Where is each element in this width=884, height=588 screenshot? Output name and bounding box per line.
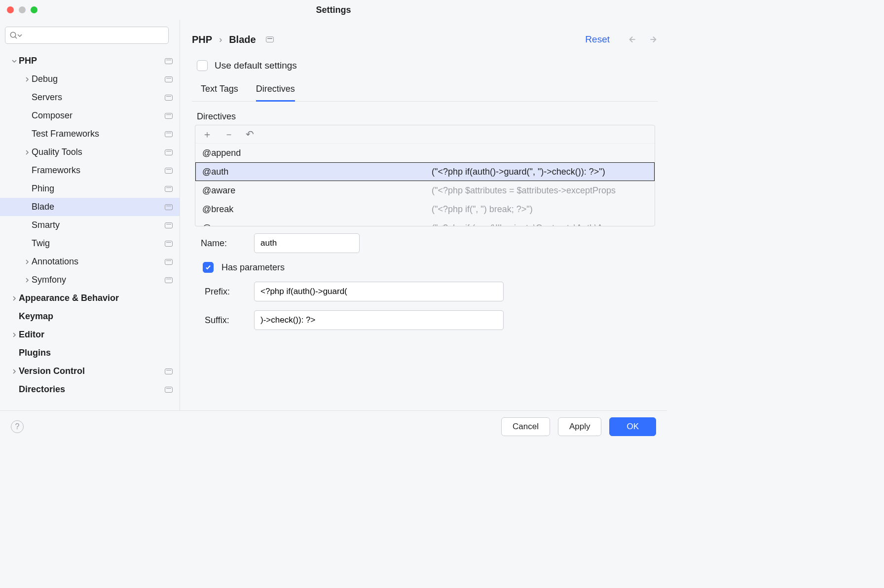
tabs: Text TagsDirectives xyxy=(192,80,658,102)
directive-expansion: ("<?php $attributes = $attributes->excep… xyxy=(432,185,648,196)
directive-name: @can xyxy=(202,223,426,226)
prefix-field[interactable] xyxy=(254,282,504,301)
disclosure-icon[interactable] xyxy=(10,331,19,339)
scope-badge-icon xyxy=(165,186,173,192)
sidebar-item-version-control[interactable]: Version Control xyxy=(0,362,180,380)
sidebar-item-test-frameworks[interactable]: Test Frameworks xyxy=(0,125,180,143)
use-default-row[interactable]: Use default settings xyxy=(197,60,658,71)
disclosure-icon xyxy=(23,184,32,193)
check-icon xyxy=(205,264,212,271)
tab-text-tags[interactable]: Text Tags xyxy=(201,80,238,101)
disclosure-icon xyxy=(23,239,32,248)
sidebar-item-symfony[interactable]: Symfony xyxy=(0,271,180,289)
has-params-row[interactable]: Has parameters xyxy=(203,262,655,273)
sidebar-item-debug[interactable]: Debug xyxy=(0,70,180,88)
sidebar-item-phing[interactable]: Phing xyxy=(0,180,180,198)
disclosure-icon[interactable] xyxy=(10,57,19,66)
scope-badge-icon xyxy=(165,259,173,265)
use-default-label: Use default settings xyxy=(215,60,297,71)
directive-row[interactable]: @can("<?php if (app(\Illuminate\Contract… xyxy=(195,219,655,226)
nav-forward-icon[interactable] xyxy=(647,34,658,45)
sidebar-item-twig[interactable]: Twig xyxy=(0,234,180,253)
directive-row[interactable]: @append xyxy=(195,144,655,162)
sidebar-item-blade[interactable]: Blade xyxy=(0,198,180,216)
directive-row[interactable]: @auth("<?php if(auth()->guard(", ")->che… xyxy=(195,162,655,181)
sidebar-item-appearance-behavior[interactable]: Appearance & Behavior xyxy=(0,289,180,307)
search-field[interactable] xyxy=(22,31,164,39)
disclosure-icon[interactable] xyxy=(23,257,32,266)
sidebar-item-editor[interactable]: Editor xyxy=(0,326,180,344)
sidebar-item-label: Debug xyxy=(32,74,165,84)
suffix-field[interactable] xyxy=(254,310,504,330)
directive-name: @append xyxy=(202,148,426,158)
directives-rows[interactable]: @append@auth("<?php if(auth()->guard(", … xyxy=(195,144,655,226)
scope-badge-icon xyxy=(165,131,173,137)
prefix-label: Prefix: xyxy=(201,287,243,297)
scope-badge-icon xyxy=(165,241,173,247)
directive-name: @aware xyxy=(202,185,426,196)
sidebar-item-label: Editor xyxy=(19,330,173,340)
disclosure-icon xyxy=(10,349,19,358)
suffix-label: Suffix: xyxy=(201,315,243,326)
nav-back-icon[interactable] xyxy=(627,34,638,45)
disclosure-icon xyxy=(23,130,32,139)
scope-badge-icon xyxy=(165,95,173,101)
sidebar-item-composer[interactable]: Composer xyxy=(0,107,180,125)
sidebar-item-directories[interactable]: Directories xyxy=(0,380,180,399)
sidebar-item-smarty[interactable]: Smarty xyxy=(0,216,180,234)
sidebar-item-label: Servers xyxy=(32,92,165,103)
search-input[interactable] xyxy=(5,27,169,44)
sidebar-item-php[interactable]: PHP xyxy=(0,52,180,70)
sidebar-item-servers[interactable]: Servers xyxy=(0,88,180,107)
disclosure-icon[interactable] xyxy=(10,294,19,303)
breadcrumb: PHP › Blade Reset xyxy=(192,29,658,50)
add-button[interactable]: ＋ xyxy=(202,129,212,139)
apply-button[interactable]: Apply xyxy=(558,417,602,436)
directive-name: @auth xyxy=(202,167,426,177)
revert-button[interactable]: ↶ xyxy=(246,129,254,139)
settings-tree[interactable]: PHPDebugServersComposerTest FrameworksQu… xyxy=(0,49,180,410)
disclosure-icon[interactable] xyxy=(23,75,32,84)
dialog-footer: ? Cancel Apply OK xyxy=(0,410,667,442)
name-field[interactable] xyxy=(254,233,360,253)
sidebar-item-label: Blade xyxy=(32,202,165,212)
disclosure-icon[interactable] xyxy=(23,148,32,157)
sidebar-item-label: Appearance & Behavior xyxy=(19,293,173,303)
help-button[interactable]: ? xyxy=(11,420,24,433)
scope-badge-icon xyxy=(165,76,173,82)
sidebar-item-label: PHP xyxy=(19,56,165,66)
remove-button[interactable]: － xyxy=(224,129,234,139)
disclosure-icon[interactable] xyxy=(10,367,19,376)
disclosure-icon xyxy=(23,166,32,175)
cancel-button[interactable]: Cancel xyxy=(501,417,550,436)
settings-sidebar: PHPDebugServersComposerTest FrameworksQu… xyxy=(0,20,180,410)
sidebar-item-label: Symfony xyxy=(32,275,165,285)
sidebar-item-label: Composer xyxy=(32,110,165,121)
directive-row[interactable]: @break("<?php if(", ") break; ?>") xyxy=(195,200,655,219)
window-title: Settings xyxy=(0,5,667,15)
has-params-checkbox[interactable] xyxy=(203,262,214,273)
disclosure-icon[interactable] xyxy=(23,276,32,285)
breadcrumb-root: PHP xyxy=(192,34,212,45)
sidebar-item-label: Phing xyxy=(32,184,165,194)
breadcrumb-leaf: Blade xyxy=(229,34,256,45)
reset-link[interactable]: Reset xyxy=(585,34,610,45)
sidebar-item-quality-tools[interactable]: Quality Tools xyxy=(0,143,180,161)
ok-button[interactable]: OK xyxy=(609,417,656,436)
directives-list: ＋ － ↶ @append@auth("<?php if(auth()->gua… xyxy=(195,125,655,226)
disclosure-icon xyxy=(23,111,32,120)
use-default-checkbox[interactable] xyxy=(197,60,208,71)
sidebar-item-label: Directories xyxy=(19,384,165,395)
sidebar-item-frameworks[interactable]: Frameworks xyxy=(0,161,180,180)
directive-row[interactable]: @aware("<?php $attributes = $attributes-… xyxy=(195,181,655,200)
sidebar-item-label: Plugins xyxy=(19,348,173,358)
tab-directives[interactable]: Directives xyxy=(256,80,295,102)
sidebar-item-keymap[interactable]: Keymap xyxy=(0,307,180,326)
scope-badge-icon xyxy=(165,368,173,374)
sidebar-item-annotations[interactable]: Annotations xyxy=(0,253,180,271)
svg-point-0 xyxy=(10,32,16,37)
sidebar-item-plugins[interactable]: Plugins xyxy=(0,344,180,362)
sidebar-item-label: Version Control xyxy=(19,366,165,376)
scope-badge-icon xyxy=(165,149,173,155)
directive-name: @break xyxy=(202,204,426,215)
